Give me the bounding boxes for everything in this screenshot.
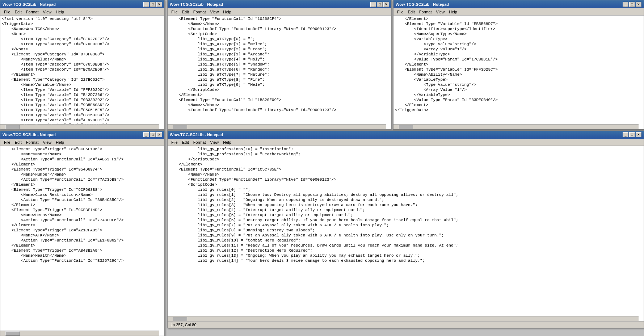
window-title-bl: Wow-TCG.SC2Lib - Notepad — [3, 133, 143, 137]
minimize-button-tl[interactable]: _ — [143, 2, 149, 7]
menu-file-tm[interactable]: File — [169, 9, 180, 15]
maximize-button-bl[interactable]: □ — [150, 132, 156, 137]
maximize-button-bm[interactable]: □ — [629, 132, 635, 137]
menu-format-bl[interactable]: Format — [24, 139, 41, 145]
menu-help-tm[interactable]: Help — [221, 9, 233, 15]
window-title-bm: Wow-TCG.SC2Lib - Notepad — [170, 133, 623, 137]
maximize-button-tl[interactable]: □ — [150, 2, 156, 7]
code-text-tl[interactable]: <?xml version="1.0" encoding="utf-8"?> <… — [0, 16, 164, 124]
window-bottom-left: Wow-TCG.SC2Lib - Notepad _ □ ✕ File Edit… — [0, 130, 165, 336]
window-title-tm: Wow-TCG.SC2Lib - Notepad — [170, 2, 370, 7]
scrollbar-h-tl[interactable] — [0, 124, 159, 129]
menu-format-tl[interactable]: Format — [24, 9, 41, 15]
close-button-bl[interactable]: ✕ — [156, 132, 162, 137]
menu-help-bm[interactable]: Help — [221, 139, 233, 145]
scrollbar-h-bm[interactable] — [168, 316, 639, 321]
minimize-button-bl[interactable]: _ — [143, 132, 149, 137]
menu-bar-tl: File Edit Format View Help — [0, 8, 164, 16]
menu-view-bm[interactable]: View — [208, 139, 221, 145]
scrollbar-thumb-bm[interactable] — [173, 317, 187, 321]
scrollbar-h-tr[interactable] — [393, 124, 639, 129]
menu-edit-bm[interactable]: Edit — [180, 139, 191, 145]
status-bar-bm: Ln 257, Col 80 — [168, 321, 644, 328]
status-text-bm: Ln 257, Col 80 — [171, 323, 197, 327]
menu-bar-tr: File Edit Format View Help — [393, 8, 644, 16]
menu-file-tl[interactable]: File — [2, 9, 13, 15]
menu-help-tl[interactable]: Help — [54, 9, 66, 15]
window-controls-bm: _ □ ✕ — [623, 132, 641, 137]
scrollbar-h-bl[interactable] — [0, 331, 159, 336]
menu-file-tr[interactable]: File — [395, 9, 406, 15]
scrollbar-thumb-tm[interactable] — [173, 125, 187, 129]
menu-file-bm[interactable]: File — [169, 139, 180, 145]
window-top-middle: Wow-TCG.SC2Lib - Notepad _ □ ✕ File Edit… — [167, 0, 392, 130]
menu-file-bl[interactable]: File — [2, 139, 13, 145]
menu-bar-tm: File Edit Format View Help — [168, 8, 391, 16]
maximize-button-tm[interactable]: □ — [377, 2, 383, 7]
menu-format-bm[interactable]: Format — [191, 139, 208, 145]
content-area-tl: <?xml version="1.0" encoding="utf-8"?> <… — [0, 16, 164, 129]
code-text-bm[interactable]: lib1_gv_professions[10] = "Inscription";… — [168, 146, 644, 316]
window-top-right: Wow-TCG.SC2Lib - Notepad _ □ ✕ File Edit… — [393, 0, 644, 130]
window-title-tl: Wow-TCG.SC2Lib - Notepad — [3, 2, 143, 7]
code-text-tr[interactable]: </Element> <Element Type="Variable" Id="… — [393, 16, 644, 124]
close-button-bm[interactable]: ✕ — [636, 132, 641, 137]
menu-format-tr[interactable]: Format — [417, 9, 434, 15]
menu-view-tm[interactable]: View — [208, 9, 221, 15]
menu-help-tr[interactable]: Help — [447, 9, 459, 15]
title-bar-bm: Wow-TCG.SC2Lib - Notepad _ □ ✕ — [168, 131, 644, 139]
code-text-tm[interactable]: <Element Type="FunctionCall" Id="10268CF… — [168, 16, 391, 124]
window-controls-tr: _ □ ✕ — [623, 2, 641, 7]
content-area-tm: <Element Type="FunctionCall" Id="10268CF… — [168, 16, 391, 129]
code-text-bl[interactable]: <Element Type="Trigger" Id="8CE5F106"> <… — [0, 146, 164, 331]
menu-view-bl[interactable]: View — [41, 139, 54, 145]
menu-format-tm[interactable]: Format — [191, 9, 208, 15]
menu-bar-bm: File Edit Format View Help — [168, 139, 644, 146]
window-bottom-main: Wow-TCG.SC2Lib - Notepad _ □ ✕ File Edit… — [167, 130, 644, 328]
menu-edit-tm[interactable]: Edit — [180, 9, 191, 15]
menu-help-bl[interactable]: Help — [54, 139, 66, 145]
window-top-left: Wow-TCG.SC2Lib - Notepad _ □ ✕ File Edit… — [0, 0, 165, 130]
close-button-tm[interactable]: ✕ — [383, 2, 389, 7]
close-button-tl[interactable]: ✕ — [156, 2, 162, 7]
scrollbar-thumb-tr[interactable] — [399, 125, 413, 129]
content-area-tr: </Element> <Element Type="Variable" Id="… — [393, 16, 644, 129]
close-button-tr[interactable]: ✕ — [636, 2, 641, 7]
title-bar-tl: Wow-TCG.SC2Lib - Notepad _ □ ✕ — [0, 0, 164, 8]
window-controls-bl: _ □ ✕ — [143, 132, 162, 137]
content-area-bl: <Element Type="Trigger" Id="8CE5F106"> <… — [0, 146, 164, 336]
window-title-tr: Wow-TCG.SC2Lib - Notepad — [396, 2, 623, 7]
content-area-bm: lib1_gv_professions[10] = "Inscription";… — [168, 146, 644, 321]
window-controls-tl: _ □ ✕ — [143, 2, 162, 7]
minimize-button-bm[interactable]: _ — [623, 132, 628, 137]
menu-view-tr[interactable]: View — [434, 9, 447, 15]
menu-edit-tl[interactable]: Edit — [13, 9, 24, 15]
title-bar-bl: Wow-TCG.SC2Lib - Notepad _ □ ✕ — [0, 131, 164, 139]
scrollbar-h-tm[interactable] — [168, 124, 386, 129]
minimize-button-tr[interactable]: _ — [623, 2, 628, 7]
minimize-button-tm[interactable]: _ — [370, 2, 376, 7]
menu-edit-tr[interactable]: Edit — [406, 9, 417, 15]
menu-bar-bl: File Edit Format View Help — [0, 139, 164, 146]
maximize-button-tr[interactable]: □ — [629, 2, 635, 7]
scrollbar-thumb-tl[interactable] — [5, 125, 20, 129]
menu-edit-bl[interactable]: Edit — [13, 139, 24, 145]
scrollbar-thumb-bl[interactable] — [5, 331, 20, 336]
window-controls-tm: _ □ ✕ — [370, 2, 389, 7]
title-bar-tr: Wow-TCG.SC2Lib - Notepad _ □ ✕ — [393, 0, 644, 8]
title-bar-tm: Wow-TCG.SC2Lib - Notepad _ □ ✕ — [168, 0, 391, 8]
menu-view-tl[interactable]: View — [41, 9, 54, 15]
